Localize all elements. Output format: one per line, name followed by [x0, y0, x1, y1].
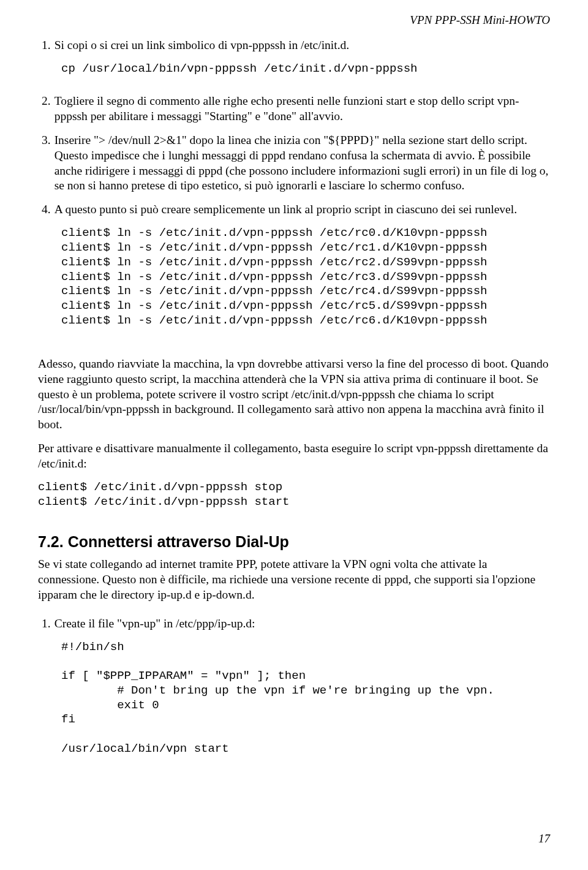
- paragraph-manual: Per attivare e disattivare manualmente i…: [38, 441, 550, 472]
- section-heading-7-2: 7.2. Connettersi attraverso Dial-Up: [38, 533, 550, 551]
- list-number: 4.: [42, 202, 51, 218]
- list-number: 3.: [42, 133, 51, 194]
- list-number: 2.: [42, 94, 51, 124]
- list-item-7-2-1: 1. Create il file "vpn-up" in /etc/ppp/i…: [42, 616, 550, 632]
- list-text: Si copi o si crei un link simbolico di v…: [55, 38, 550, 53]
- page-number: 17: [538, 832, 550, 845]
- list-item-2: 2. Togliere il segno di commento alle ri…: [42, 94, 550, 124]
- running-header: VPN PPP-SSH Mini-HOWTO: [38, 13, 550, 27]
- list-item-4: 4. A questo punto si può creare semplice…: [42, 202, 550, 218]
- code-block-cp: cp /usr/local/bin/vpn-pppssh /etc/init.d…: [61, 62, 550, 77]
- page: VPN PPP-SSH Mini-HOWTO 1. Si copi o si c…: [0, 0, 588, 870]
- list-number: 1.: [42, 616, 51, 632]
- list-text: Togliere il segno di commento alle righe…: [55, 94, 550, 124]
- code-block-stopstart: client$ /etc/init.d/vpn-pppssh stop clie…: [38, 480, 550, 510]
- code-block-vpn-up: #!/bin/sh if [ "$PPP_IPPARAM" = "vpn" ];…: [61, 640, 550, 757]
- section-7-2-intro: Se vi state collegando ad internet trami…: [38, 557, 550, 603]
- list-item-1: 1. Si copi o si crei un link simbolico d…: [42, 38, 550, 53]
- code-block-ln: client$ ln -s /etc/init.d/vpn-pppssh /et…: [61, 226, 550, 328]
- list-text: A questo punto si può creare semplicemen…: [55, 202, 550, 218]
- list-item-3: 3. Inserire "> /dev/null 2>&1" dopo la l…: [42, 133, 550, 194]
- paragraph-boot: Adesso, quando riavviate la macchina, la…: [38, 357, 550, 433]
- list-text: Inserire "> /dev/null 2>&1" dopo la line…: [55, 133, 550, 194]
- list-text: Create il file "vpn-up" in /etc/ppp/ip-u…: [55, 616, 550, 632]
- list-number: 1.: [42, 38, 51, 53]
